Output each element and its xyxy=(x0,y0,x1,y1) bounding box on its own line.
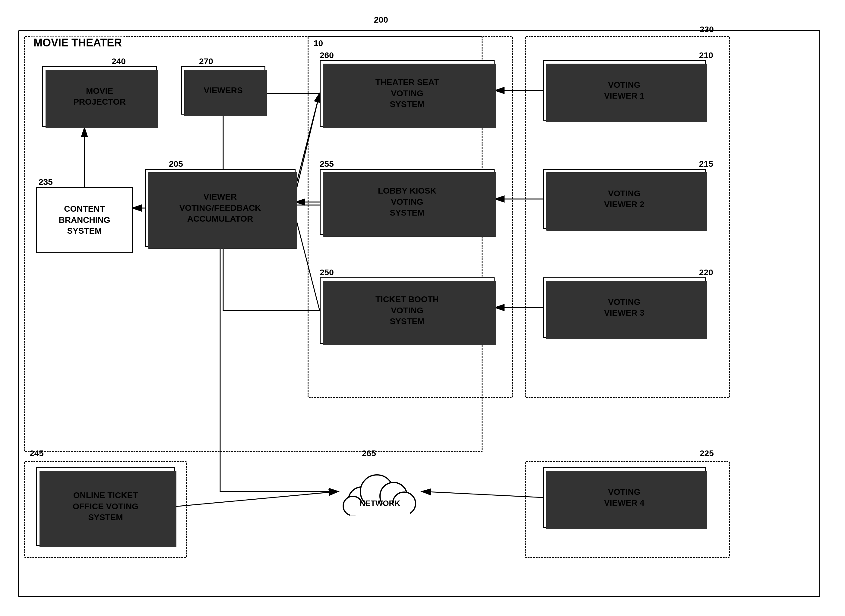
voting-viewer-2-box: VOTINGVIEWER 2 xyxy=(543,169,706,229)
voting-viewer-1-label: VOTINGVIEWER 1 xyxy=(604,79,644,102)
network-cloud: NETWORK xyxy=(338,461,422,522)
online-ticket-office-label: ONLINE TICKETOFFICE VOTINGSYSTEM xyxy=(73,490,138,523)
ref-220: 220 xyxy=(699,268,713,277)
voting-viewer-3-label: VOTINGVIEWER 3 xyxy=(604,297,644,319)
online-ticket-office-box: ONLINE TICKETOFFICE VOTINGSYSTEM xyxy=(36,467,175,546)
movie-projector-label: MOVIEPROJECTOR xyxy=(73,86,126,108)
ticket-booth-voting-label: TICKET BOOTHVOTINGSYSTEM xyxy=(376,294,439,327)
movie-theater-label: MOVIE THEATER xyxy=(31,37,124,49)
ref-205: 205 xyxy=(169,159,183,169)
theater-seat-voting-label: THEATER SEATVOTINGSYSTEM xyxy=(376,77,439,110)
ref-230: 230 xyxy=(700,25,714,34)
viewer-voting-box: VIEWERVOTING/FEEDBACKACCUMULATOR xyxy=(145,169,296,247)
lobby-kiosk-voting-label: LOBBY KIOSKVOTINGSYSTEM xyxy=(378,185,436,218)
voting-viewer-2-label: VOTINGVIEWER 2 xyxy=(604,188,644,210)
ref-245: 245 xyxy=(29,449,44,458)
ref-260: 260 xyxy=(320,51,334,60)
ref-225: 225 xyxy=(700,449,714,458)
viewer-voting-label: VIEWERVOTING/FEEDBACKACCUMULATOR xyxy=(179,191,261,224)
voting-viewer-3-box: VOTINGVIEWER 3 xyxy=(543,277,706,338)
content-branching-box: CONTENTBRANCHINGSYSTEM xyxy=(36,187,133,253)
ticket-booth-voting-box: TICKET BOOTHVOTINGSYSTEM xyxy=(320,277,494,344)
diagram-container: 200 MOVIE THEATER 10 230 245 225 240 MOV… xyxy=(12,12,832,603)
ref-270: 270 xyxy=(199,57,213,66)
network-cloud-svg: NETWORK xyxy=(338,461,422,522)
ref-200: 200 xyxy=(374,15,388,25)
ref-235: 235 xyxy=(39,177,53,187)
voting-viewer-4-box: VOTINGVIEWER 4 xyxy=(543,467,706,528)
voting-viewer-4-label: VOTINGVIEWER 4 xyxy=(604,487,644,509)
theater-seat-voting-box: THEATER SEATVOTINGSYSTEM xyxy=(320,60,494,127)
svg-text:NETWORK: NETWORK xyxy=(360,499,400,508)
ref-210: 210 xyxy=(699,51,713,60)
movie-projector-box: MOVIEPROJECTOR xyxy=(42,66,157,127)
voting-viewer-1-box: VOTINGVIEWER 1 xyxy=(543,60,706,120)
ref-265: 265 xyxy=(362,449,376,458)
ref-240: 240 xyxy=(111,57,126,66)
ref-255: 255 xyxy=(320,159,334,169)
viewers-box: VIEWERS xyxy=(181,66,266,114)
ref-250: 250 xyxy=(320,268,334,277)
content-branching-label: CONTENTBRANCHINGSYSTEM xyxy=(59,204,110,236)
viewers-label: VIEWERS xyxy=(204,85,242,96)
ref-215: 215 xyxy=(699,159,713,169)
lobby-kiosk-voting-box: LOBBY KIOSKVOTINGSYSTEM xyxy=(320,169,494,235)
